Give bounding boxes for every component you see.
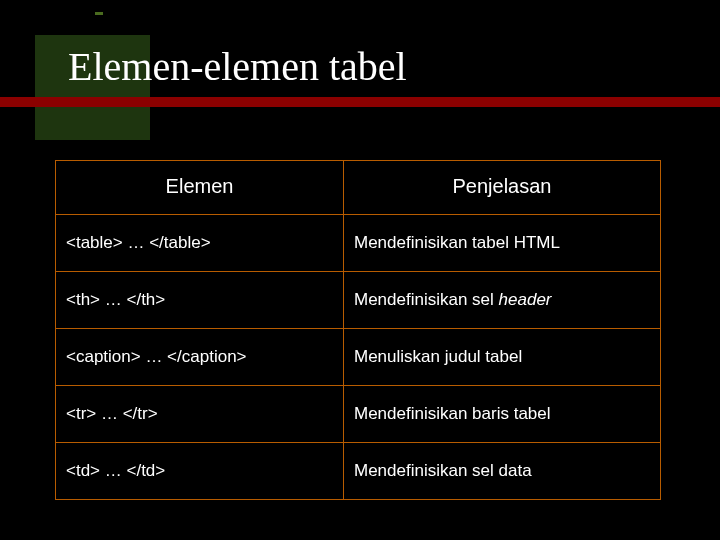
cell-elemen: <th> … </th> (56, 272, 344, 329)
table-row: <caption> … </caption> Menuliskan judul … (56, 329, 661, 386)
table-container: Elemen Penjelasan <table> … </table> Men… (55, 160, 660, 500)
cell-elemen: <td> … </td> (56, 443, 344, 500)
cell-penjelasan: Mendefinisikan sel header (344, 272, 661, 329)
table-row: <td> … </td> Mendefinisikan sel data (56, 443, 661, 500)
title-rule (0, 97, 720, 107)
cell-elemen: <tr> … </tr> (56, 386, 344, 443)
cell-elemen: <caption> … </caption> (56, 329, 344, 386)
header-penjelasan: Penjelasan (344, 161, 661, 215)
cell-penjelasan: Mendefinisikan sel data (344, 443, 661, 500)
table-row: <table> … </table> Mendefinisikan tabel … (56, 215, 661, 272)
table-header-row: Elemen Penjelasan (56, 161, 661, 215)
slide-title: Elemen-elemen tabel (68, 43, 407, 90)
elements-table: Elemen Penjelasan <table> … </table> Men… (55, 160, 661, 500)
table-row: <tr> … </tr> Mendefinisikan baris tabel (56, 386, 661, 443)
cell-penjelasan: Menuliskan judul tabel (344, 329, 661, 386)
decorative-mark (95, 12, 103, 15)
table-row: <th> … </th> Mendefinisikan sel header (56, 272, 661, 329)
header-elemen: Elemen (56, 161, 344, 215)
cell-elemen: <table> … </table> (56, 215, 344, 272)
cell-penjelasan: Mendefinisikan tabel HTML (344, 215, 661, 272)
cell-penjelasan: Mendefinisikan baris tabel (344, 386, 661, 443)
